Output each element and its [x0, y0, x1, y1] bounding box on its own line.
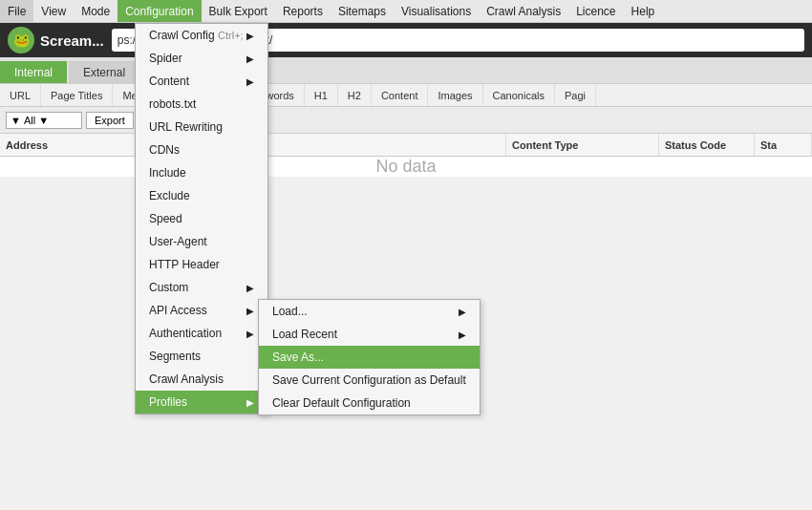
logo-area: 🐸 Scream... — [8, 27, 104, 53]
robots-txt-label: robots.txt — [149, 97, 196, 111]
content-arrow: ▶ — [246, 76, 254, 87]
save-current-label: Save Current Configuration as Default — [272, 373, 466, 387]
filter-arrow-icon: ▼ — [38, 115, 49, 126]
menu-include[interactable]: Include — [136, 161, 267, 184]
menu-file[interactable]: File — [0, 0, 33, 22]
menu-custom[interactable]: Custom ▶ — [136, 276, 267, 299]
menu-mode[interactable]: Mode — [74, 0, 118, 22]
subtab-pagi[interactable]: Pagi — [555, 84, 596, 106]
export-button[interactable]: Export — [86, 112, 134, 129]
menu-http-header[interactable]: HTTP Header — [136, 253, 267, 276]
load-recent-label: Load Recent — [272, 328, 337, 341]
save-as-label: Save As... — [272, 351, 324, 364]
segments-label: Segments — [149, 350, 201, 363]
no-data-text: No data — [375, 157, 436, 177]
menu-robots-txt[interactable]: robots.txt — [136, 93, 267, 116]
menu-help[interactable]: Help — [624, 0, 663, 22]
submenu-clear-default[interactable]: Clear Default Configuration — [259, 392, 480, 414]
menu-reports[interactable]: Reports — [275, 0, 331, 22]
exclude-label: Exclude — [149, 189, 190, 202]
spider-arrow: ▶ — [246, 53, 254, 64]
custom-arrow: ▶ — [246, 283, 254, 293]
menu-cdns[interactable]: CDNs — [136, 138, 267, 161]
filter-label: All — [24, 115, 35, 126]
configuration-menu[interactable]: Crawl Config Ctrl+; ▶ Spider ▶ Content ▶… — [135, 23, 268, 414]
menu-crawl-analysis[interactable]: Crawl Analysis — [479, 0, 568, 22]
subtab-content[interactable]: Content — [372, 84, 429, 106]
menu-speed[interactable]: Speed — [136, 207, 267, 230]
clear-default-label: Clear Default Configuration — [272, 396, 411, 410]
submenu-save-as[interactable]: Save As... — [259, 346, 480, 369]
profiles-arrow: ▶ — [246, 397, 254, 408]
crawl-config-label: Crawl Config — [149, 29, 215, 42]
col-content-type: Content Type — [506, 134, 659, 156]
subtab-canonicals[interactable]: Canonicals — [483, 84, 555, 106]
filter-dropdown[interactable]: ▼ All ▼ — [6, 112, 82, 129]
crawl-analysis-label: Crawl Analysis — [149, 372, 224, 386]
menu-configuration[interactable]: Configuration — [118, 0, 201, 22]
col-sta: Sta — [755, 134, 812, 156]
api-access-label: API Access — [149, 304, 207, 317]
submenu-save-current[interactable]: Save Current Configuration as Default — [259, 369, 480, 392]
api-access-arrow: ▶ — [246, 306, 254, 316]
submenu-load[interactable]: Load... ▶ — [259, 300, 480, 323]
menu-content[interactable]: Content ▶ — [136, 70, 267, 93]
user-agent-label: User-Agent — [149, 235, 207, 248]
speed-label: Speed — [149, 212, 182, 225]
subtab-images[interactable]: Images — [428, 84, 482, 106]
tab-internal[interactable]: Internal — [0, 61, 67, 83]
menu-bulk-export[interactable]: Bulk Export — [202, 0, 275, 22]
app-name: Scream... — [40, 32, 104, 49]
menu-licence[interactable]: Licence — [568, 0, 623, 22]
logo-icon: 🐸 — [8, 27, 34, 53]
load-arrow: ▶ — [459, 307, 466, 317]
url-rewriting-label: URL Rewriting — [149, 120, 223, 134]
spider-label: Spider — [149, 52, 182, 65]
profiles-submenu[interactable]: Load... ▶ Load Recent ▶ Save As... Save … — [258, 299, 481, 415]
menu-visualisations[interactable]: Visualisations — [394, 0, 479, 22]
subtab-h1[interactable]: H1 — [305, 84, 338, 106]
crawl-config-shortcut: Ctrl+; — [218, 30, 244, 41]
menu-sitemaps[interactable]: Sitemaps — [331, 0, 394, 22]
subtab-page-titles[interactable]: Page Titles — [41, 84, 113, 106]
crawl-config-arrow: ▶ — [246, 31, 254, 41]
menu-exclude[interactable]: Exclude — [136, 184, 267, 207]
load-label: Load... — [272, 305, 308, 318]
menu-authentication[interactable]: Authentication ▶ — [136, 322, 267, 345]
menu-crawl-analysis-item[interactable]: Crawl Analysis — [136, 368, 267, 391]
subtab-bar: URL Page Titles Meta Description Meta Ke… — [0, 84, 812, 107]
filter-icon: ▼ — [11, 115, 21, 126]
menu-segments[interactable]: Segments — [136, 345, 267, 368]
custom-label: Custom — [149, 281, 188, 294]
menu-profiles[interactable]: Profiles ▶ — [136, 391, 267, 414]
menubar: File View Mode Configuration Bulk Export… — [0, 0, 812, 23]
menu-view[interactable]: View — [33, 0, 74, 22]
cdns-label: CDNs — [149, 143, 180, 157]
profiles-label: Profiles — [149, 395, 187, 409]
menu-api-access[interactable]: API Access ▶ — [136, 299, 267, 322]
submenu-load-recent[interactable]: Load Recent ▶ — [259, 323, 480, 346]
include-label: Include — [149, 166, 186, 180]
http-header-label: HTTP Header — [149, 258, 220, 271]
data-area: No data — [0, 157, 812, 177]
authentication-arrow: ▶ — [246, 329, 254, 339]
authentication-label: Authentication — [149, 327, 222, 340]
menu-url-rewriting[interactable]: URL Rewriting — [136, 116, 267, 138]
titlebar: 🐸 Scream... ps://www.screamingfrog.co.uk… — [0, 23, 812, 57]
tab-bar: Internal External Se — [0, 57, 812, 84]
content-label: Content — [149, 74, 189, 88]
load-recent-arrow: ▶ — [459, 329, 466, 340]
menu-crawl-config[interactable]: Crawl Config Ctrl+; ▶ — [136, 24, 267, 47]
col-status-code: Status Code — [659, 134, 755, 156]
menu-user-agent[interactable]: User-Agent — [136, 230, 267, 253]
tab-external[interactable]: External — [69, 61, 139, 83]
subtab-h2[interactable]: H2 — [338, 84, 372, 106]
filter-bar: ▼ All ▼ Export — [0, 107, 812, 134]
menu-spider[interactable]: Spider ▶ — [136, 47, 267, 70]
column-headers: Address Content Type Status Code Sta — [0, 134, 812, 157]
subtab-url[interactable]: URL — [0, 84, 41, 106]
